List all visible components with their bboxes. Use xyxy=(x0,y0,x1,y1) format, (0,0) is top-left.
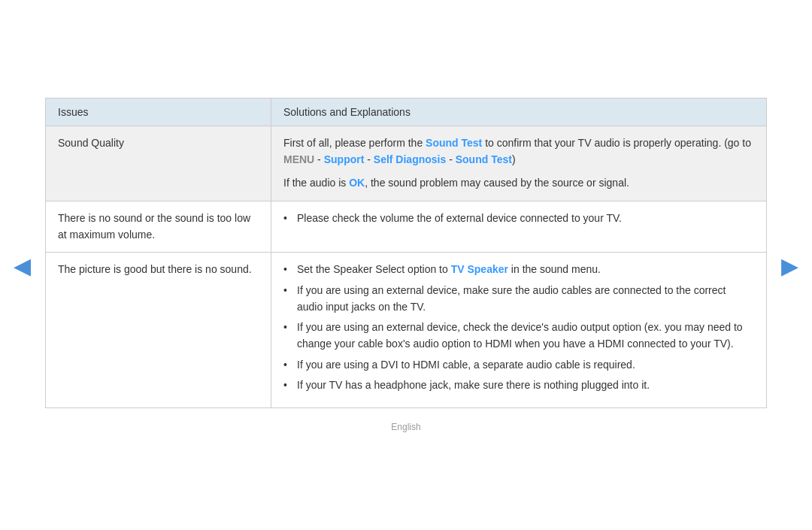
solution-list: Please check the volume the of external … xyxy=(283,210,754,227)
table-row: Sound Quality First of all, please perfo… xyxy=(46,126,767,201)
issue-picture-no-sound: The picture is good but there is no soun… xyxy=(46,253,271,408)
list-item: If you are using an external device, che… xyxy=(283,320,754,352)
ok-label: OK xyxy=(349,177,365,189)
sound-test-link-2: Sound Test xyxy=(456,153,512,165)
list-item: If you are using an external device, mak… xyxy=(283,283,754,315)
issue-sound-quality: Sound Quality xyxy=(46,126,271,201)
solution-no-sound: Please check the volume the of external … xyxy=(271,201,767,252)
menu-label: MENU xyxy=(283,153,314,165)
col-solutions-header: Solutions and Explanations xyxy=(271,98,767,126)
solution-picture-no-sound: Set the Speaker Select option to TV Spea… xyxy=(271,253,767,408)
col-issues-header: Issues xyxy=(46,98,271,126)
sound-test-link-1: Sound Test xyxy=(426,137,482,149)
solution-sound-quality: First of all, please perform the Sound T… xyxy=(271,126,767,201)
list-item: Set the Speaker Select option to TV Spea… xyxy=(283,262,754,278)
content-area: Issues Solutions and Explanations Sound … xyxy=(45,98,767,432)
table-row: There is no sound or the sound is too lo… xyxy=(46,201,767,252)
list-item: Please check the volume the of external … xyxy=(283,210,754,227)
self-diagnosis-link: Self Diagnosis xyxy=(374,153,446,165)
nav-left-arrow[interactable]: ◀ xyxy=(14,252,31,278)
footer-language: English xyxy=(391,422,420,432)
page-footer: English xyxy=(45,422,767,432)
solution-list: Set the Speaker Select option to TV Spea… xyxy=(283,262,754,394)
solution-paragraph-2: If the audio is OK, the sound problem ma… xyxy=(283,175,754,192)
table-row: The picture is good but there is no soun… xyxy=(46,253,767,408)
support-link: Support xyxy=(324,153,365,165)
list-item: If you are using a DVI to HDMI cable, a … xyxy=(283,357,754,374)
issues-table: Issues Solutions and Explanations Sound … xyxy=(45,98,767,408)
solution-paragraph-1: First of all, please perform the Sound T… xyxy=(283,135,754,168)
tv-speaker-link: TV Speaker xyxy=(451,263,508,275)
issue-no-sound: There is no sound or the sound is too lo… xyxy=(46,201,271,252)
nav-right-arrow[interactable]: ▶ xyxy=(781,252,798,278)
list-item: If your TV has a headphone jack, make su… xyxy=(283,377,754,394)
